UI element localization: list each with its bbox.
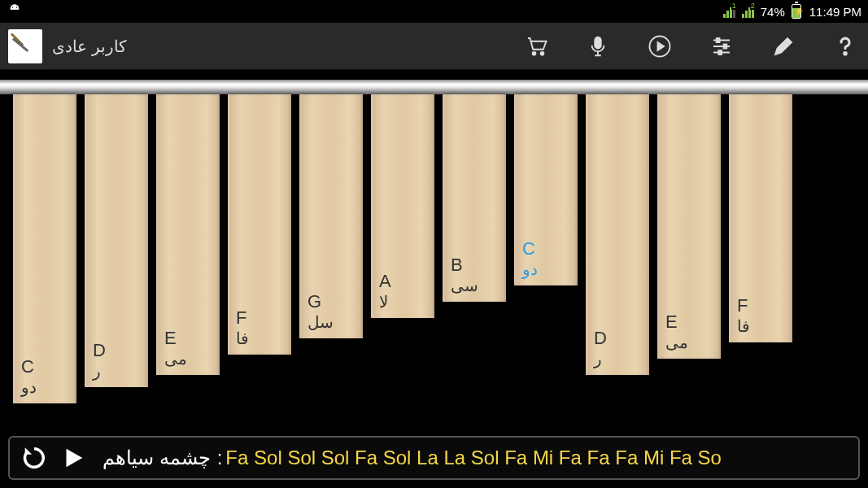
xylophone-bar-9[interactable]: Eمی (657, 94, 721, 359)
pencil-button[interactable] (769, 32, 798, 61)
cart-icon (524, 34, 548, 59)
xylophone-bar-4[interactable]: Gسل (299, 94, 363, 338)
bar-label-fa: می (164, 349, 187, 368)
svg-point-2 (533, 51, 536, 54)
svg-rect-4 (595, 37, 601, 48)
app-title: کاربر عادی (52, 37, 127, 56)
bar-label-fa: ر (93, 361, 101, 381)
xylophone-bar-2[interactable]: Eمی (156, 94, 220, 375)
xylophone-bar-7[interactable]: Cدو (514, 94, 578, 285)
playback-bar: چشمه سیاهم : Fa Sol Sol Sol Fa Sol La La… (8, 436, 860, 480)
bar-label-en: B (451, 255, 463, 276)
bar-label-fa: فا (737, 316, 750, 336)
svg-rect-8 (718, 50, 722, 54)
svg-point-1 (16, 7, 17, 7)
help-button[interactable] (831, 32, 860, 61)
sliders-icon (709, 34, 734, 59)
bar-label-en: C (21, 356, 34, 377)
mic-button[interactable] (583, 32, 613, 61)
bar-label-fa: ر (594, 349, 602, 368)
clock: 11:49 PM (809, 5, 861, 19)
battery-icon: ⚡ (792, 4, 801, 19)
play-circle-icon (648, 34, 672, 59)
song-name: چشمه سیاهم (103, 447, 211, 469)
bar-label-en: D (594, 328, 607, 349)
mic-icon (586, 34, 610, 59)
cross-bar (0, 80, 868, 94)
xylophone-bar-10[interactable]: Fفا (729, 94, 792, 342)
signal-sim2-icon: 2 (742, 5, 754, 18)
pencil-icon (771, 34, 796, 59)
bar-label-fa: فا (236, 329, 249, 348)
app-logo (8, 29, 42, 63)
sliders-button[interactable] (707, 32, 736, 61)
colon: : (217, 447, 223, 469)
bar-label-en: D (93, 340, 106, 361)
bar-label-en: A (379, 271, 391, 292)
bar-label-fa: دو (522, 259, 538, 279)
xylophone-bar-8[interactable]: Dر (586, 94, 649, 375)
bar-label-fa: سل (308, 312, 334, 332)
svg-point-9 (844, 51, 847, 54)
play-button[interactable] (57, 442, 89, 474)
bar-label-en: E (164, 328, 177, 349)
xylophone-bar-3[interactable]: Fفا (228, 94, 291, 355)
bar-label-en: G (308, 291, 321, 312)
xylophone-bar-0[interactable]: Cدو (13, 94, 76, 403)
svg-rect-7 (724, 44, 727, 48)
xylophone-bar-1[interactable]: Dر (85, 94, 148, 387)
svg-point-3 (541, 51, 544, 54)
signal-sim1-icon: 1 (723, 5, 735, 18)
bar-label-fa: دو (21, 377, 37, 397)
bars-container: CدوDرEمیFفاGسلAلاBسیCدوDرEمیFفا (13, 94, 868, 403)
bar-label-en: F (737, 295, 748, 316)
action-bar: کاربر عادی (0, 23, 868, 70)
xylophone-bar-5[interactable]: Aلا (371, 94, 434, 318)
bar-label-fa: لا (379, 292, 388, 312)
bar-label-en: F (236, 307, 246, 329)
svg-point-0 (12, 7, 13, 7)
status-bar: 1 2 74% ⚡ 11:49 PM (0, 0, 868, 23)
play-icon (59, 444, 87, 472)
bar-label-fa: می (665, 333, 688, 352)
help-icon (833, 34, 857, 59)
battery-percent: 74% (761, 5, 785, 19)
cart-button[interactable] (521, 32, 551, 61)
restart-button[interactable] (18, 442, 50, 474)
bar-label-en: C (522, 238, 535, 259)
bar-label-fa: سی (451, 276, 478, 295)
xylophone-bar-6[interactable]: Bسی (443, 94, 506, 302)
bar-label-en: E (665, 312, 678, 333)
svg-rect-6 (717, 38, 720, 42)
instrument-area: CدوDرEمیFفاGسلAلاBسیCدوDرEمیFفا (0, 70, 868, 428)
play-circle-button[interactable] (645, 32, 674, 61)
android-debug-icon (7, 3, 23, 20)
notes-sequence: Fa Sol Sol Sol Fa Sol La La Sol Fa Mi Fa… (225, 447, 722, 469)
restart-icon (20, 444, 48, 472)
